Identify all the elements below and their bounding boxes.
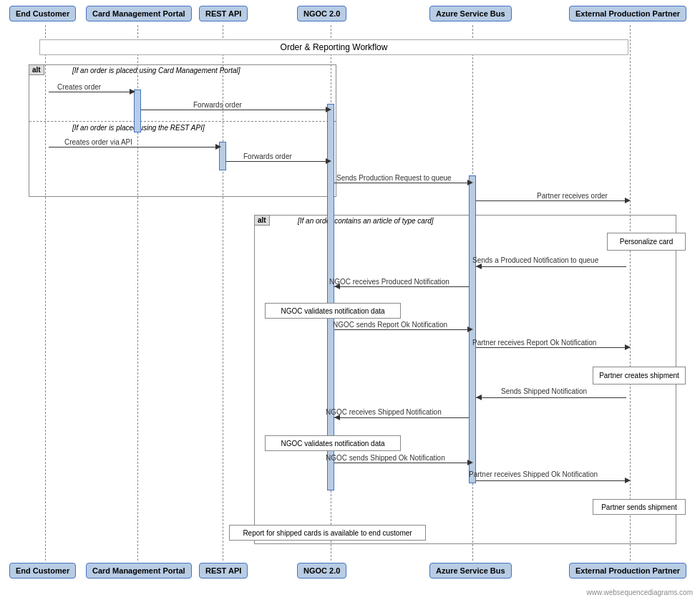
- label-creates-order: Creates order: [57, 83, 101, 91]
- self-msg-validates-1: NGOC validates notification data: [265, 303, 401, 319]
- arrow-sends-shipped-head: [476, 395, 482, 400]
- arrow-partner-receives-order-head: [625, 198, 631, 203]
- actor-ngoc-bottom: NGOC 2.0: [297, 563, 346, 579]
- alt-condition-3: [If an order contains an article of type…: [298, 217, 434, 225]
- alt-divider-1: [29, 121, 336, 122]
- diagram-title: Order & Reporting Workflow: [281, 42, 388, 52]
- arrow-creates-order-head: [130, 89, 135, 95]
- alt-condition-1: [If an order is placed using Card Manage…: [72, 67, 240, 74]
- actor-rest-api-top: REST API: [199, 6, 248, 21]
- label-ngoc-receives-produced: NGOC receives Produced Notification: [329, 278, 449, 286]
- arrow-forwards-order-2-head: [326, 158, 331, 164]
- arrow-partner-receives-order: [476, 200, 626, 201]
- label-ngoc-sends-shipped-ok: NGOC sends Shipped Ok Notification: [326, 454, 445, 462]
- alt-label-1: alt: [29, 64, 44, 75]
- label-forwards-order-2: Forwards order: [243, 153, 292, 160]
- label-ngoc-sends-report: NGOC sends Report Ok Notification: [333, 321, 447, 329]
- arrow-sends-produced: [476, 266, 626, 267]
- self-msg-sends-shipment: Partner sends shipment: [593, 499, 686, 515]
- watermark: www.websequencediagrams.com: [587, 589, 693, 596]
- label-ngoc-receives-shipped: NGOC receives Shipped Notification: [326, 408, 442, 416]
- arrow-ngoc-sends-shipped-ok-head: [467, 460, 473, 465]
- actor-rest-api-bottom: REST API: [199, 563, 248, 579]
- arrow-forwards-order-2: [226, 161, 327, 162]
- actor-end-customer-bottom: End Customer: [9, 563, 76, 579]
- diagram-container: End Customer Card Management Portal REST…: [0, 0, 700, 600]
- activation-card-portal: [134, 89, 141, 132]
- label-sends-prod-req: Sends Production Request to queue: [336, 174, 452, 182]
- actor-card-portal-top: Card Management Portal: [86, 6, 192, 21]
- label-creates-order-api: Creates order via API: [64, 138, 132, 146]
- alt-label-2: alt: [254, 215, 270, 226]
- actor-azure-bottom: Azure Service Bus: [429, 563, 512, 579]
- arrow-sends-prod-req: [334, 183, 469, 183]
- arrow-forwards-order-1: [141, 110, 327, 110]
- label-sends-produced: Sends a Produced Notification to queue: [472, 256, 598, 264]
- actor-partner-bottom: External Production Partner: [569, 563, 686, 579]
- self-msg-creates-shipment: Partner creates shipment: [593, 367, 686, 384]
- title-box: Order & Reporting Workflow: [39, 39, 628, 55]
- arrow-partner-receives-report: [476, 347, 626, 348]
- label-partner-receives-report: Partner receives Report Ok Notification: [472, 339, 596, 347]
- label-partner-receives-order: Partner receives order: [537, 192, 608, 200]
- arrow-ngoc-receives-shipped: [334, 417, 469, 418]
- arrow-partner-receives-report-head: [625, 344, 631, 350]
- arrow-sends-prod-req-head: [467, 180, 473, 185]
- actor-azure-top: Azure Service Bus: [429, 6, 512, 21]
- self-msg-personalize: Personalize card: [607, 233, 686, 251]
- arrow-partner-receives-shipped-ok: [476, 480, 626, 481]
- arrow-sends-shipped: [476, 397, 626, 398]
- actor-partner-top: External Production Partner: [569, 6, 686, 21]
- actor-ngoc-top: NGOC 2.0: [297, 6, 346, 21]
- arrow-ngoc-receives-produced: [334, 286, 469, 287]
- label-sends-shipped: Sends Shipped Notification: [501, 387, 587, 395]
- actor-card-portal-bottom: Card Management Portal: [86, 563, 192, 579]
- actor-end-customer-top: End Customer: [9, 6, 76, 21]
- arrow-creates-order: [49, 92, 131, 92]
- arrow-sends-produced-head: [476, 263, 482, 269]
- arrow-creates-order-api-head: [215, 144, 221, 150]
- arrow-partner-receives-shipped-ok-head: [625, 478, 631, 483]
- label-partner-receives-shipped-ok: Partner receives Shipped Ok Notification: [469, 470, 598, 478]
- self-msg-validates-2: NGOC validates notification data: [265, 435, 401, 451]
- self-msg-report-available: Report for shipped cards is available to…: [229, 525, 426, 541]
- label-forwards-order-1: Forwards order: [193, 101, 242, 109]
- arrow-ngoc-sends-report-head: [467, 326, 473, 332]
- arrow-creates-order-api: [49, 147, 217, 147]
- arrow-forwards-order-1-head: [326, 107, 331, 112]
- arrow-ngoc-sends-shipped-ok: [334, 463, 469, 463]
- arrow-ngoc-sends-report: [334, 329, 469, 330]
